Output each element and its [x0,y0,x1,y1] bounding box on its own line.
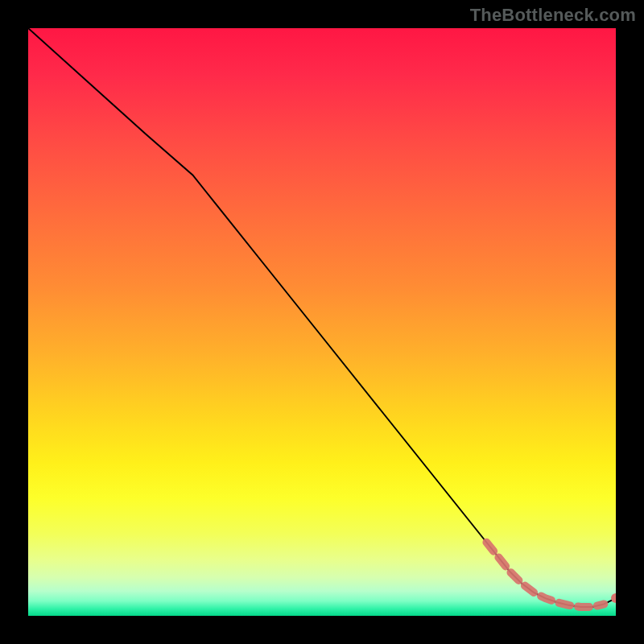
bottleneck-chart [28,28,616,616]
watermark-label: TheBottleneck.com [470,5,636,26]
gradient-background [28,28,616,616]
chart-stage: TheBottleneck.com [0,0,644,644]
